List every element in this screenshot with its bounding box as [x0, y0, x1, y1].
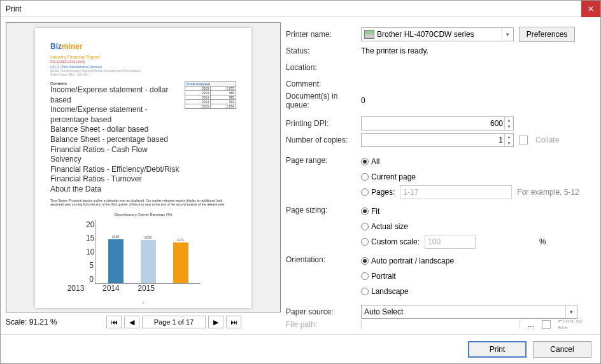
orientation-auto-radio[interactable]	[361, 257, 369, 265]
cancel-button[interactable]: Cancel	[533, 341, 591, 358]
location-label: Location:	[286, 63, 361, 72]
chevron-down-icon: ▾	[565, 305, 577, 318]
range-pages-radio[interactable]	[361, 188, 369, 196]
queue-label: Document(s) in queue:	[286, 92, 361, 109]
pager-next-button[interactable]: ▶	[208, 316, 223, 328]
report-headline: RELEASED 2016 (2015)	[50, 60, 236, 64]
file-path-input[interactable]	[361, 320, 520, 329]
spin-down-icon[interactable]: ▼	[505, 123, 513, 130]
page-sizing-label: Page sizing:	[286, 206, 361, 214]
table-row: 20151,054	[185, 104, 236, 109]
range-hint: For example, 5-12	[517, 188, 579, 197]
preview-page-number: 1	[35, 300, 251, 304]
contents-item: Income/Expense statement - dollar based	[50, 85, 180, 105]
printer-name-label: Printer name:	[286, 30, 361, 39]
print-to-file-label: Print to file	[558, 320, 593, 329]
titlebar: Print ✕	[1, 1, 600, 17]
sizing-actual-radio[interactable]	[361, 223, 369, 230]
window-title: Print	[6, 4, 581, 13]
collate-checkbox	[519, 136, 528, 144]
chart-title: Discretionary Owner Earnings (%)	[50, 213, 236, 216]
spin-up-icon[interactable]: ▲	[505, 117, 513, 123]
spin-up-icon[interactable]: ▲	[505, 134, 513, 140]
contents-item: Balance Sheet - dollar based	[50, 125, 180, 135]
print-button[interactable]: Print	[468, 341, 527, 358]
scale-label: Scale: 91.21 %	[6, 318, 63, 326]
orientation-portrait-radio[interactable]	[361, 272, 369, 280]
percent-label: %	[539, 237, 546, 246]
chevron-down-icon: ▾	[502, 28, 513, 41]
range-pages-input[interactable]: 1-17	[400, 185, 512, 199]
print-to-file-checkbox[interactable]	[542, 320, 551, 329]
range-all-radio[interactable]	[361, 158, 369, 165]
owner-earnings-chart: 20151050 13.6913.5012.71	[86, 220, 201, 284]
status-value: The printer is ready.	[361, 46, 428, 55]
preferences-button[interactable]: Preferences	[519, 27, 575, 42]
copies-spin[interactable]: 1 ▲▼	[361, 133, 514, 147]
orientation-landscape-radio[interactable]	[361, 288, 369, 295]
comment-label: Comment:	[286, 80, 361, 88]
file-path-label: File path:	[286, 320, 361, 329]
contents-item: Balance Sheet - percentage based	[50, 135, 180, 145]
contents-item: Financial Ratios - Cash Flow Solvency	[50, 145, 180, 165]
contents-item: About the Data	[50, 185, 180, 195]
collate-label: Collate	[535, 136, 559, 144]
print-preview: Bizminer Industry Financial Report RELEA…	[6, 22, 281, 312]
contents-item: Income/Expense statement - percentage ba…	[50, 105, 180, 125]
print-dialog: Print ✕ Bizminer Industry Financial Repo…	[0, 0, 601, 364]
queue-value: 0	[361, 96, 365, 105]
range-current-radio[interactable]	[361, 173, 369, 181]
pager-prev-button[interactable]: ◀	[124, 316, 139, 328]
status-label: Status:	[286, 46, 361, 55]
dialog-footer: Print Cancel	[1, 334, 600, 363]
contents-item: Financial Ratios - Turnover	[50, 174, 180, 185]
firms-table: Firms Analyzed 20131,0722013989201498520…	[185, 81, 236, 109]
sizing-custom-radio[interactable]	[361, 238, 369, 246]
pager: ⏮ ◀ Page 1 of 17 ▶ ⏭	[67, 316, 281, 328]
paper-source-label: Paper source:	[286, 307, 361, 316]
pager-last-button[interactable]: ⏭	[226, 316, 241, 328]
dpi-label: Printing DPI:	[286, 119, 361, 128]
contents-list: Income/Expense statement - dollar basedI…	[50, 85, 180, 195]
pager-first-button[interactable]: ⏮	[106, 316, 122, 328]
custom-scale-input[interactable]: 100	[425, 235, 476, 249]
spin-down-icon[interactable]: ▼	[505, 140, 513, 146]
close-button[interactable]: ✕	[581, 1, 600, 17]
orientation-label: Orientation:	[286, 255, 361, 264]
table-row: 2014985	[185, 95, 236, 100]
contents-item: Financial Ratios - Efficiency/Debt/Risk	[50, 165, 180, 175]
preview-page: Bizminer Industry Financial Report RELEA…	[35, 28, 251, 308]
dpi-spin[interactable]: 600 ▲▼	[361, 116, 514, 130]
pager-page-label: Page 1 of 17	[142, 316, 206, 328]
page-range-label: Page range:	[286, 156, 361, 165]
printer-name-select[interactable]: Brother HL-4070CDW series ▾	[361, 27, 514, 41]
print-options-panel: Printer name: Brother HL-4070CDW series …	[286, 22, 595, 329]
report-title: Industry Financial Report	[50, 55, 236, 59]
paper-source-select[interactable]: Auto Select ▾	[361, 305, 577, 319]
sizing-fit-radio[interactable]	[361, 207, 369, 215]
table-row: 20131,072	[185, 87, 236, 91]
table-row: 2013989	[185, 91, 236, 95]
bizminer-logo: Bizminer	[50, 41, 236, 51]
printer-icon	[364, 30, 374, 39]
table-row: 2014991	[185, 100, 236, 104]
time-series-paragraph: Time Series: Financial reports outline a…	[50, 199, 236, 206]
copies-label: Number of copies:	[286, 136, 361, 144]
